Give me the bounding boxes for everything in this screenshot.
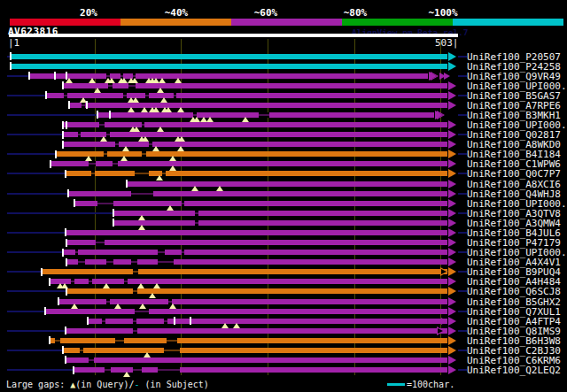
bar-gap-line <box>113 163 118 165</box>
query-extent-dash <box>458 271 467 273</box>
scale-rule-icon <box>387 383 405 386</box>
hit-arrow-icon <box>448 327 456 335</box>
bar-gap-line <box>158 251 165 253</box>
bar-gap-line <box>55 340 60 342</box>
segment-tick <box>62 249 64 257</box>
bar-gap-line <box>108 85 113 87</box>
segment-tick <box>28 72 30 80</box>
segment-tick <box>97 111 98 119</box>
bar-gap-line <box>162 173 166 174</box>
alignment-overview-image: 20%~40%~60%~80%~100% AV623816 AlignView.… <box>0 0 567 392</box>
segment-tick <box>62 141 64 149</box>
query-extent-dash <box>458 290 467 292</box>
hit-arrow-icon <box>448 120 456 129</box>
bar-gap-line <box>133 75 136 77</box>
segment-tick <box>58 297 59 305</box>
segment-tick <box>10 62 12 70</box>
segment-tick <box>66 239 67 247</box>
ruler-start-label: |1 <box>8 38 19 48</box>
bar-gap-line <box>91 173 95 174</box>
query-extent-line <box>7 114 97 116</box>
segment-tick <box>113 219 114 227</box>
segment-tick <box>49 278 50 286</box>
scale-segment-20% <box>10 19 120 26</box>
bar-gap-line <box>128 85 136 87</box>
bar-gap-line <box>195 222 198 224</box>
bar-gap-line <box>149 143 152 145</box>
bar-gap-line <box>174 95 176 96</box>
bar-gap-line <box>105 369 111 371</box>
hit-bar <box>66 259 447 265</box>
hit-arrow-icon <box>448 346 456 355</box>
hit-arrow-icon <box>448 277 456 286</box>
query-gap-triangle-icon <box>142 136 149 142</box>
bar-gap-line <box>135 311 149 312</box>
hit-arrow-icon <box>435 111 443 119</box>
segment-tick <box>65 327 66 334</box>
query-extent-line <box>7 95 46 96</box>
bar-gap-line <box>106 301 110 303</box>
hit-bar <box>113 211 447 216</box>
query-extent-line <box>7 75 29 77</box>
hit-arrow-icon <box>448 62 456 71</box>
query-extent-dash <box>458 56 467 58</box>
hit-arrow-icon <box>448 287 456 296</box>
hit-bar <box>66 240 447 245</box>
bar-gap-line <box>131 193 153 195</box>
bar-gap-line <box>78 134 81 135</box>
hit-arrow-icon <box>448 336 456 345</box>
hit-bar <box>50 161 447 166</box>
hit-bar <box>66 171 447 176</box>
hit-arrow-icon <box>448 228 456 237</box>
hit-bar <box>63 142 447 147</box>
hit-bar <box>56 151 447 157</box>
bar-gap-line <box>96 242 105 243</box>
hit-arrow-icon <box>448 209 456 218</box>
bar-gap-line <box>133 290 137 292</box>
scale-label-20%: 20% <box>80 8 97 18</box>
hit-bar <box>66 230 447 235</box>
hit-bar <box>11 54 447 59</box>
segment-tick <box>66 121 67 129</box>
hit-arrow-icon <box>448 365 456 374</box>
segment-tick <box>109 111 111 119</box>
segment-tick <box>68 101 70 109</box>
row-label: UniRef100_P24258 <box>467 62 561 72</box>
hit-arrow-icon <box>448 317 456 326</box>
hollow-arrow-inner <box>438 328 443 334</box>
grid-line <box>354 39 355 375</box>
bar-gap-line <box>89 359 94 361</box>
hit-arrow-icon <box>448 180 456 188</box>
bar-gap-line <box>135 173 149 174</box>
hit-bar <box>63 122 447 127</box>
query-extent-line <box>7 290 66 292</box>
row-label: UniRef100_B5GHX2 <box>467 297 561 307</box>
query-extent-dash <box>458 134 467 135</box>
row-label: UniRef100_Q4WHJ8 <box>467 189 561 199</box>
row-label: UniRef100_Q0C7P7 <box>467 169 561 179</box>
query-extent-dash <box>458 350 467 351</box>
scale-segment-~60% <box>231 19 342 26</box>
query-extent-dash <box>458 330 467 332</box>
bar-gap-line <box>195 212 198 214</box>
grid-line <box>181 39 182 375</box>
hit-bar <box>11 64 447 69</box>
segment-tick <box>45 91 47 99</box>
bar-gap-line <box>182 251 184 253</box>
scale-segment-~80% <box>342 19 453 26</box>
hit-bar <box>50 338 447 343</box>
bar-gap-line <box>115 143 119 145</box>
legend-text-prefix: Large gaps: <box>6 380 70 389</box>
bar-gap-line <box>80 350 83 351</box>
large-gaps-legend: Large gaps: ▲(in Query)/- (in Subject) <box>6 380 209 389</box>
hit-bar <box>66 357 447 363</box>
scale-segment-~40% <box>120 19 231 26</box>
query-extent-dash <box>458 193 467 195</box>
bar-gap-line <box>133 369 142 371</box>
segment-tick <box>74 199 75 207</box>
query-gap-triangle-icon <box>123 372 130 377</box>
query-extent-dash <box>458 232 467 234</box>
scale-label-~60%: ~60% <box>254 8 278 18</box>
grid-line <box>440 39 441 375</box>
query-extent-dash <box>458 95 467 96</box>
